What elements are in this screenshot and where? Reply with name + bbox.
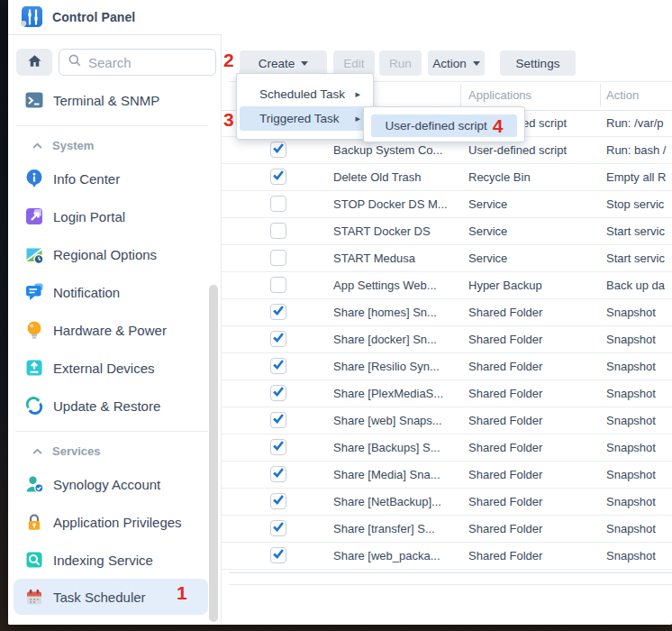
- cell-action: Snapshot: [606, 353, 672, 380]
- regional-options-icon: [23, 243, 45, 265]
- task-scheduler-icon: [23, 586, 45, 608]
- sidebar-scrollbar[interactable]: [209, 285, 218, 622]
- enabled-checkbox-checked[interactable]: [270, 466, 286, 482]
- sidebar-item-label: Login Portal: [53, 209, 125, 224]
- button-label: Run: [389, 57, 412, 70]
- home-button[interactable]: [16, 49, 52, 76]
- cell-action: Snapshot: [606, 489, 672, 515]
- sidebar-item-synology-account[interactable]: Synology Account: [8, 471, 221, 498]
- sidebar-item-update-restore[interactable]: Update & Restore: [8, 392, 221, 419]
- check-icon: [271, 330, 286, 348]
- table-row[interactable]: Share [homes] Sn...Shared FolderSnapshot: [222, 299, 672, 326]
- sidebar: Search Terminal & SNMPSystemInfo CenterL…: [8, 35, 222, 625]
- cell-task-name: App Settings Web...: [333, 272, 464, 298]
- sidebar-item-label: Info Center: [53, 171, 120, 187]
- enabled-checkbox-checked[interactable]: [270, 412, 286, 428]
- sidebar-item-info-center[interactable]: Info Center: [8, 165, 221, 192]
- caret-down-icon: [473, 61, 480, 66]
- menu-item-triggered-task[interactable]: Triggered Task▸: [240, 106, 370, 131]
- enabled-checkbox-checked[interactable]: [270, 385, 286, 401]
- cell-application: Shared Folder: [468, 543, 599, 569]
- table-row[interactable]: Share [Backups] S...Shared FolderSnapsho…: [222, 434, 672, 462]
- menu-item-scheduled-task[interactable]: Scheduled Task▸: [240, 82, 370, 106]
- application-privileges-icon: [23, 511, 45, 533]
- chevron-up-icon: [32, 137, 43, 153]
- cell-application: Hyper Backup: [468, 272, 599, 298]
- table-row[interactable]: App Settings Web...Hyper BackupBack up d…: [222, 272, 672, 299]
- cell-application: Recycle Bin: [468, 164, 599, 190]
- button-label: Edit: [343, 57, 364, 70]
- table-row[interactable]: Share [docker] Sn...Shared FolderSnapsho…: [222, 326, 672, 353]
- enabled-checkbox[interactable]: [270, 250, 286, 266]
- table-row[interactable]: Share [PlexMediaS...Shared FolderSnapsho…: [222, 380, 672, 407]
- cell-task-name: Share [homes] Sn...: [333, 299, 464, 325]
- check-icon: [271, 168, 286, 186]
- cell-task-name: Share [PlexMediaS...: [333, 380, 464, 407]
- search-input[interactable]: Search: [59, 49, 216, 76]
- sidebar-section-services[interactable]: Services: [8, 442, 221, 460]
- column-header-action[interactable]: Action: [606, 88, 639, 102]
- sidebar-item-regional-options[interactable]: Regional Options: [8, 241, 221, 268]
- check-icon: [271, 546, 286, 564]
- sidebar-item-external-devices[interactable]: External Devices: [8, 354, 221, 381]
- sidebar-item-label: Notification: [53, 285, 120, 300]
- sidebar-item-terminal-snmp[interactable]: Terminal & SNMP: [8, 87, 221, 114]
- table-row[interactable]: Share [Media] Sna...Shared FolderSnapsho…: [222, 462, 672, 489]
- check-icon: [271, 141, 286, 159]
- table-row[interactable]: START MedusaServiceStart servic: [222, 245, 672, 272]
- cell-application: Shared Folder: [468, 299, 599, 325]
- cell-task-name: Share [Backups] S...: [333, 434, 464, 461]
- enabled-checkbox-checked[interactable]: [270, 493, 286, 509]
- sidebar-item-notification[interactable]: Notification: [8, 279, 221, 306]
- enabled-checkbox-checked[interactable]: [270, 142, 286, 158]
- enabled-checkbox[interactable]: [270, 196, 286, 212]
- cell-action: Snapshot: [606, 462, 672, 488]
- enabled-checkbox[interactable]: [270, 277, 286, 293]
- sidebar-section-system[interactable]: System: [8, 136, 221, 154]
- action-button[interactable]: Action: [428, 50, 485, 76]
- create-button[interactable]: Create: [240, 50, 327, 76]
- sidebar-item-hardware-power[interactable]: Hardware & Power: [8, 316, 221, 343]
- sidebar-item-label: Terminal & SNMP: [53, 93, 159, 108]
- table-row[interactable]: Share [web_packa...Shared FolderSnapshot: [222, 543, 672, 570]
- cell-application: Shared Folder: [468, 326, 599, 352]
- button-label: Create: [259, 57, 295, 70]
- sidebar-item-login-portal[interactable]: Login Portal: [8, 203, 221, 230]
- caret-down-icon: [301, 61, 308, 66]
- enabled-checkbox-checked[interactable]: [270, 358, 286, 374]
- column-separator: [600, 84, 601, 107]
- cell-application: Shared Folder: [468, 489, 599, 515]
- cell-task-name: Share [transfer] S...: [333, 516, 464, 542]
- table-row[interactable]: START Docker DSServiceStart servic: [222, 218, 672, 245]
- settings-button[interactable]: Settings: [500, 50, 576, 76]
- table-row[interactable]: Share [web] Snaps...Shared FolderSnapsho…: [222, 407, 672, 434]
- table-row[interactable]: Share [NetBackup]...Shared FolderSnapsho…: [222, 489, 672, 516]
- sidebar-item-application-privileges[interactable]: Application Privileges: [8, 508, 221, 535]
- enabled-checkbox-checked[interactable]: [270, 304, 286, 320]
- cell-application: Shared Folder: [468, 380, 599, 407]
- enabled-checkbox-checked[interactable]: [270, 439, 286, 455]
- enabled-checkbox-checked[interactable]: [270, 547, 286, 563]
- cell-action: Snapshot: [606, 299, 672, 325]
- enabled-checkbox[interactable]: [270, 223, 286, 239]
- cell-task-name: START Medusa: [333, 245, 464, 271]
- cell-task-name: Delete Old Trash: [333, 164, 464, 190]
- column-header-applications[interactable]: Applications: [468, 88, 531, 102]
- cell-task-name: Share [docker] Sn...: [333, 326, 464, 352]
- table-row[interactable]: Share [transfer] S...Shared FolderSnapsh…: [222, 516, 672, 543]
- menu-item-user-defined-script[interactable]: User-defined script4: [371, 114, 517, 137]
- table-row[interactable]: Share [Resilio Syn...Shared FolderSnapsh…: [222, 353, 672, 380]
- enabled-checkbox-checked[interactable]: [270, 169, 286, 185]
- table-row[interactable]: STOP Docker DS M...ServiceStop servic: [222, 191, 672, 218]
- update-restore-icon: [23, 395, 45, 416]
- terminal-icon: [23, 89, 45, 111]
- sidebar-item-label: Update & Restore: [53, 398, 160, 414]
- run-button: Run: [379, 50, 422, 76]
- sidebar-item-indexing-service[interactable]: Indexing Service: [8, 546, 221, 573]
- cell-application: Service: [468, 218, 599, 244]
- cell-action: Empty all R: [606, 164, 672, 190]
- enabled-checkbox-checked[interactable]: [270, 520, 286, 536]
- table-row[interactable]: Delete Old TrashRecycle BinEmpty all R: [222, 164, 672, 191]
- notification-icon: [23, 281, 45, 303]
- enabled-checkbox-checked[interactable]: [270, 331, 286, 347]
